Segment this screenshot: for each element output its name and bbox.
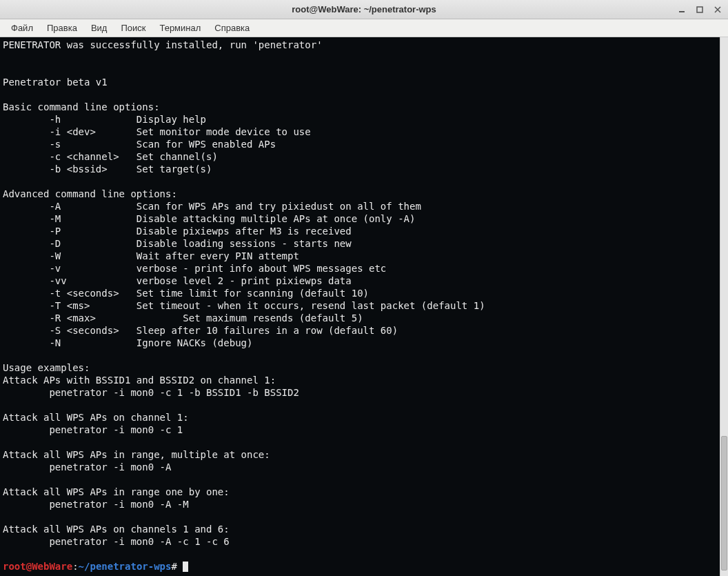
svg-rect-1 <box>697 7 702 12</box>
output-line: -S <seconds> Sleep after 10 failures in … <box>3 325 398 336</box>
menu-terminal[interactable]: Терминал <box>154 21 206 34</box>
output-line: Advanced command line options: <box>3 188 177 199</box>
prompt-user: root@WebWare <box>3 561 72 572</box>
minimize-button[interactable] <box>676 3 688 16</box>
output-line: -W Wait after every PIN attempt <box>3 250 299 261</box>
output-line: -v verbose - print info about WPS messag… <box>3 263 386 274</box>
output-line: penetrator -i mon0 -A <box>3 461 171 473</box>
output-line: -h Display help <box>3 114 206 125</box>
output-line: penetrator -i mon0 -c 1 <box>3 424 183 435</box>
scrollbar-thumb[interactable] <box>721 436 727 570</box>
output-line: -A Scan for WPS APs and try pixiedust on… <box>3 201 421 212</box>
prompt-colon: : <box>72 561 78 572</box>
output-line: -vv verbose level 2 - print pixiewps dat… <box>3 275 352 286</box>
output-line: Attack all WPS APs on channels 1 and 6: <box>3 524 230 535</box>
output-line: -t <seconds> Set time limit for scanning… <box>3 288 369 299</box>
output-line: -i <dev> Set monitor mode device to use <box>3 126 311 137</box>
output-line: Attack all WPS APs on channel 1: <box>3 412 189 423</box>
output-line: -b <bssid> Set target(s) <box>3 163 212 175</box>
output-line: Usage examples: <box>3 362 90 373</box>
scrollbar-track[interactable] <box>720 37 728 576</box>
output-line: penetrator -i mon0 -A -M <box>3 499 189 510</box>
output-line: -R <max> Set maximum resends (default 5) <box>3 312 363 324</box>
terminal-cursor <box>183 562 188 572</box>
output-line: PENETRATOR was successfully installed, r… <box>3 39 323 50</box>
output-line: -T <ms> Set timeout - when it occurs, re… <box>3 300 485 311</box>
svg-rect-0 <box>679 11 685 12</box>
menu-search[interactable]: Поиск <box>115 21 151 34</box>
output-line: penetrator -i mon0 -c 1 -b BSSID1 -b BSS… <box>3 387 299 398</box>
output-line: -c <channel> Set channel(s) <box>3 151 218 162</box>
maximize-button[interactable] <box>694 3 706 16</box>
output-line: Attack all WPS APs in range one by one: <box>3 486 230 497</box>
output-line: Attack all WPS APs in range, multiple at… <box>3 449 270 460</box>
window-title: root@WebWare: ~/penetrator-wps <box>292 4 436 14</box>
window-titlebar: root@WebWare: ~/penetrator-wps <box>0 0 728 19</box>
output-line: Basic command line options: <box>3 101 160 112</box>
output-line: Penetrator beta v1 <box>3 77 108 88</box>
output-line: penetrator -i mon0 -A -c 1 -c 6 <box>3 536 230 547</box>
prompt-path: ~/penetrator-wps <box>79 561 172 572</box>
output-line: Attack APs with BSSID1 and BSSID2 on cha… <box>3 375 276 386</box>
menu-help[interactable]: Справка <box>209 21 255 34</box>
output-line: -N Ignore NACKs (debug) <box>3 337 252 348</box>
menu-edit[interactable]: Правка <box>41 21 83 34</box>
terminal-container: PENETRATOR was successfully installed, r… <box>0 37 728 576</box>
window-controls <box>676 3 724 16</box>
menu-view[interactable]: Вид <box>85 21 113 34</box>
output-line: -s Scan for WPS enabled APs <box>3 139 276 150</box>
output-line: -M Disable attacking multiple APs at onc… <box>3 213 415 224</box>
output-line: -P Disable pixiewps after M3 is received <box>3 226 352 237</box>
prompt-hash: # <box>171 561 183 572</box>
output-line: -D Disable loading sessions - starts new <box>3 238 352 249</box>
terminal-output[interactable]: PENETRATOR was successfully installed, r… <box>0 37 720 576</box>
close-button[interactable] <box>711 3 724 16</box>
menu-bar: Файл Правка Вид Поиск Терминал Справка <box>0 19 728 37</box>
menu-file[interactable]: Файл <box>6 21 39 34</box>
vertical-scrollbar[interactable] <box>720 37 728 576</box>
